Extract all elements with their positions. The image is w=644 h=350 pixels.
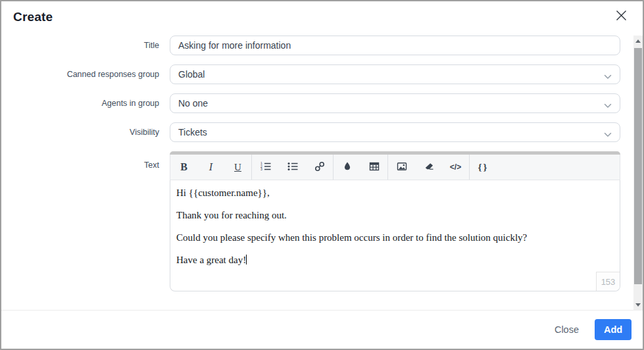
character-count-badge: 153 <box>596 272 620 291</box>
unordered-list-icon <box>287 161 298 174</box>
rich-text-editor: B I U 123 <box>170 151 620 291</box>
close-button[interactable] <box>614 9 628 24</box>
scrollbar-down-button[interactable] <box>633 299 643 310</box>
text-cursor <box>246 255 247 264</box>
braces-icon: {} <box>478 162 489 173</box>
form-row-text: Text B I U 123 <box>1 151 620 291</box>
visibility-label: Visibility <box>1 128 170 137</box>
text-color-button[interactable] <box>334 155 360 180</box>
italic-button[interactable]: I <box>197 155 224 180</box>
scrollbar-up-button[interactable] <box>633 36 643 46</box>
close-icon <box>615 9 628 24</box>
canned-responses-group-label: Canned responses group <box>1 70 170 79</box>
editor-toolbar: B I U 123 <box>170 155 620 180</box>
chevron-down-icon <box>604 100 612 111</box>
dialog-footer: Close Add <box>1 310 643 349</box>
editor-paragraph: Thank you for reaching out. <box>176 210 612 221</box>
visibility-select[interactable]: Tickets <box>170 122 620 142</box>
form-row-title: Title <box>1 36 620 55</box>
form-row-agents: Agents in group No one <box>1 93 620 113</box>
droplet-icon <box>343 161 352 173</box>
form-row-visibility: Visibility Tickets <box>1 122 620 142</box>
dialog-header: Create <box>1 1 643 36</box>
table-icon <box>369 161 380 174</box>
title-label: Title <box>1 41 170 50</box>
table-button[interactable] <box>360 155 387 180</box>
code-icon: </> <box>450 162 461 172</box>
bold-button[interactable]: B <box>170 155 197 180</box>
underline-button[interactable]: U <box>224 155 251 180</box>
editor-paragraph: Could you please specify when this probl… <box>176 232 612 243</box>
create-form: Title Canned responses group Global Agen… <box>1 36 643 291</box>
add-button[interactable]: Add <box>595 319 632 340</box>
scrollbar-thumb[interactable] <box>634 48 642 284</box>
visibility-value: Tickets <box>178 127 207 138</box>
editor-paragraph: Hi {{customer.name}}, <box>176 188 612 199</box>
chevron-down-icon <box>604 129 612 139</box>
code-view-button[interactable]: </> <box>442 155 469 180</box>
unordered-list-button[interactable] <box>279 155 306 180</box>
create-dialog: Create Title Canned responses group Glob… <box>0 0 644 350</box>
title-input[interactable] <box>178 40 612 51</box>
agents-in-group-value: No one <box>178 98 208 109</box>
image-icon <box>397 161 407 174</box>
agents-in-group-select[interactable]: No one <box>170 93 620 113</box>
scroll-up-icon <box>635 39 641 43</box>
underline-icon: U <box>234 162 241 173</box>
variables-button[interactable]: {} <box>470 155 497 180</box>
ordered-list-icon: 123 <box>260 161 271 174</box>
dialog-title: Create <box>13 10 53 24</box>
canned-responses-group-value: Global <box>178 69 205 80</box>
ordered-list-button[interactable]: 123 <box>252 155 279 180</box>
eraser-button[interactable] <box>415 155 442 180</box>
close-button-footer[interactable]: Close <box>555 324 579 335</box>
editor-paragraph: Have a great day! <box>176 255 612 266</box>
chevron-down-icon <box>604 71 612 82</box>
italic-icon: I <box>209 161 212 173</box>
image-button[interactable] <box>388 155 415 180</box>
link-button[interactable] <box>306 155 333 180</box>
title-field-wrap <box>170 36 620 55</box>
eraser-icon <box>424 161 434 174</box>
form-row-group: Canned responses group Global <box>1 64 620 84</box>
link-icon <box>314 161 325 174</box>
svg-text:3: 3 <box>260 167 262 171</box>
modal-scrollbar[interactable] <box>633 36 643 310</box>
scroll-down-icon <box>635 303 641 307</box>
canned-responses-group-select[interactable]: Global <box>170 64 620 84</box>
text-label: Text <box>1 151 170 170</box>
agents-in-group-label: Agents in group <box>1 99 170 108</box>
bold-icon: B <box>180 161 187 173</box>
editor-text-area[interactable]: Hi {{customer.name}}, Thank you for reac… <box>170 180 620 291</box>
